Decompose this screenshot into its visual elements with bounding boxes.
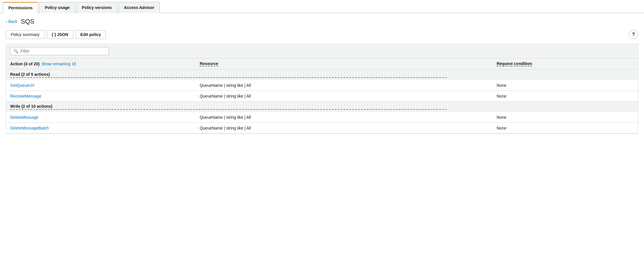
section-label: Read (2 of 5 actions) xyxy=(6,70,638,80)
edit-policy-button[interactable]: Edit policy xyxy=(76,30,106,39)
action-cell: GetQueueUrl xyxy=(6,80,196,91)
tab-permissions[interactable]: Permissions xyxy=(3,2,38,13)
action-link[interactable]: DeleteMessageBatch xyxy=(10,126,49,130)
tabs-container: Permissions Policy usage Policy versions… xyxy=(0,0,644,13)
action-link[interactable]: GetQueueUrl xyxy=(10,83,34,88)
resource-cell: QueueName | string like | All xyxy=(196,80,493,91)
resource-cell: QueueName | string like | All xyxy=(196,91,493,102)
table-row: GetQueueUrlQueueName | string like | All… xyxy=(6,80,638,91)
column-header-condition: Request condition xyxy=(493,58,638,70)
back-label: Back xyxy=(8,19,17,24)
column-header-resource: Resource xyxy=(196,58,493,70)
action-cell: ReceiveMessage xyxy=(6,91,196,102)
table-row: DeleteMessageBatchQueueName | string lik… xyxy=(6,123,638,134)
resource-cell: QueueName | string like | All xyxy=(196,112,493,123)
filter-input-wrap[interactable]: 🔍 xyxy=(10,47,109,55)
condition-cell: None xyxy=(493,123,638,134)
condition-cell: None xyxy=(493,112,638,123)
condition-cell: None xyxy=(493,80,638,91)
column-header-action: Action (4 of 20)Show remaining 16 xyxy=(6,58,196,70)
permissions-table-container: 🔍 Action (4 of 20)Show remaining 16 Reso… xyxy=(6,44,638,134)
action-cell: DeleteMessageBatch xyxy=(6,123,196,134)
search-icon: 🔍 xyxy=(13,49,18,53)
table-header-row: Action (4 of 20)Show remaining 16 Resour… xyxy=(6,58,638,70)
policy-summary-button[interactable]: Policy summary xyxy=(6,30,44,39)
section-row: Read (2 of 5 actions) xyxy=(6,70,638,80)
tab-policy-versions[interactable]: Policy versions xyxy=(76,2,117,13)
tab-access-advisor[interactable]: Access Advisor xyxy=(119,2,160,13)
show-remaining-link[interactable]: Show remaining 16 xyxy=(41,62,76,66)
condition-cell: None xyxy=(493,91,638,102)
section-label: Write (2 of 10 actions) xyxy=(6,102,638,112)
condition-col-label: Request condition xyxy=(497,61,532,66)
help-button[interactable]: ? xyxy=(629,30,638,39)
action-link[interactable]: DeleteMessage xyxy=(10,115,38,120)
action-col-label: Action (4 of 20) xyxy=(10,62,40,66)
filter-bar: 🔍 xyxy=(6,44,638,58)
page-title: SQS xyxy=(21,18,34,25)
json-button[interactable]: { } JSON xyxy=(47,30,73,39)
action-buttons-row: Policy summary { } JSON Edit policy ? xyxy=(6,30,638,39)
table-row: ReceiveMessageQueueName | string like | … xyxy=(6,91,638,102)
resource-col-label: Resource xyxy=(200,61,218,66)
table-body: Read (2 of 5 actions)GetQueueUrlQueueNam… xyxy=(6,70,638,134)
main-content: ‹ Back SQS Policy summary { } JSON Edit … xyxy=(0,13,644,138)
resource-cell: QueueName | string like | All xyxy=(196,123,493,134)
action-link[interactable]: ReceiveMessage xyxy=(10,94,41,98)
tab-policy-usage[interactable]: Policy usage xyxy=(39,2,75,13)
chevron-left-icon: ‹ xyxy=(6,19,7,24)
action-cell: DeleteMessage xyxy=(6,112,196,123)
table-row: DeleteMessageQueueName | string like | A… xyxy=(6,112,638,123)
section-row: Write (2 of 10 actions) xyxy=(6,102,638,112)
permissions-table: Action (4 of 20)Show remaining 16 Resour… xyxy=(6,58,638,134)
back-link[interactable]: ‹ Back xyxy=(6,19,17,24)
back-nav: ‹ Back SQS xyxy=(6,18,638,25)
filter-input[interactable] xyxy=(21,49,106,53)
